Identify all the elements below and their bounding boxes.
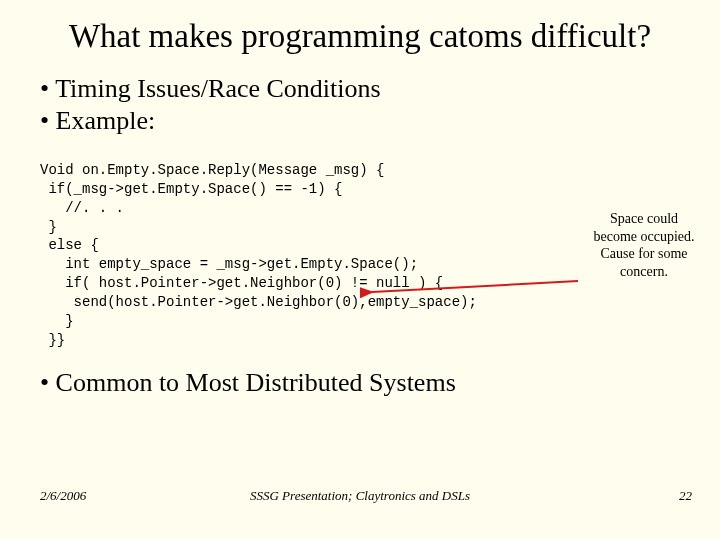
footer-page: 22 (679, 488, 692, 504)
code-line: } (40, 219, 57, 235)
code-line: int empty_space = _msg->get.Empty.Space(… (40, 256, 418, 272)
bullet-list-top: Timing Issues/Race Conditions Example: (0, 74, 720, 136)
bullet-example: Example: (40, 106, 692, 136)
code-line: if(_msg->get.Empty.Space() == -1) { (40, 181, 342, 197)
footer: 2/6/2006 SSSG Presentation; Claytronics … (0, 488, 720, 524)
code-line: } (40, 313, 74, 329)
code-line: else { (40, 237, 99, 253)
bullet-timing: Timing Issues/Race Conditions (40, 74, 692, 104)
code-line: }} (40, 332, 65, 348)
code-line: Void on.Empty.Space.Reply(Message _msg) … (40, 162, 384, 178)
bullet-common: Common to Most Distributed Systems (40, 368, 692, 398)
code-line: if( host.Pointer->get.Neighbor(0) != nul… (40, 275, 443, 291)
bullet-list-bottom: Common to Most Distributed Systems (0, 368, 720, 398)
code-line: send(host.Pointer->get.Neighbor(0),empty… (40, 294, 477, 310)
annotation-note: Space could become occupied. Cause for s… (590, 210, 698, 280)
slide: What makes programming catoms difficult?… (0, 0, 720, 540)
footer-title: SSSG Presentation; Claytronics and DSLs (0, 488, 720, 504)
code-line: //. . . (40, 200, 124, 216)
slide-title: What makes programming catoms difficult? (0, 0, 720, 56)
